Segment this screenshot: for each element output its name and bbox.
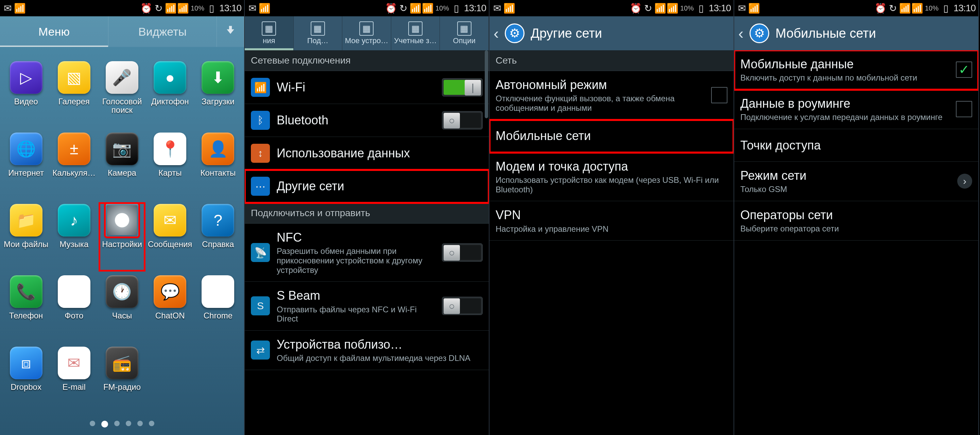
sync-icon: ↻ xyxy=(399,3,408,13)
app-интернет[interactable]: 🌐 Интернет xyxy=(2,133,50,200)
app-видео[interactable]: ▷ Видео xyxy=(2,61,50,129)
app-настройки[interactable]: ⚙ Настройки xyxy=(98,202,146,272)
tab-label: Под… xyxy=(307,37,328,45)
settings-row[interactable]: ᛒ Bluetooth xyxy=(245,104,489,137)
app-e-mail[interactable]: ✉ E-mail xyxy=(50,347,98,414)
wifi-status-icon: 📶 xyxy=(411,3,420,13)
header: ‹ ⚙ Мобильные сети xyxy=(734,16,978,50)
scrollbar[interactable] xyxy=(485,50,488,435)
row-icon: ᛒ xyxy=(251,111,270,130)
battery-icon: ▯ xyxy=(452,3,461,13)
app-icon: 🕐 xyxy=(106,275,138,308)
app-справка[interactable]: ? Справка xyxy=(194,204,242,272)
toggle[interactable] xyxy=(442,297,483,315)
settings-tab[interactable]: ▦Учетные з… xyxy=(391,16,440,50)
app-загрузки[interactable]: ⬇ Загрузки xyxy=(194,61,242,129)
tab-label: ния xyxy=(263,37,275,45)
battery-percent: 10% xyxy=(925,5,939,12)
row-icon: ⋯ xyxy=(251,177,270,196)
settings-row[interactable]: ⋯ Другие сети xyxy=(245,170,489,203)
app-label: Dropbox xyxy=(11,383,41,391)
settings-tab[interactable]: ▦Опции xyxy=(440,16,489,50)
battery-percent: 10% xyxy=(436,5,449,12)
row-subtitle: Отправить файлы через NFC и Wi-Fi Direct xyxy=(277,305,435,324)
row-title: Операторы сети xyxy=(740,208,972,222)
checkbox[interactable] xyxy=(711,87,727,103)
signal-icon: 📶 xyxy=(423,3,433,13)
settings-row[interactable]: Модем и точка доступаИспользовать устрой… xyxy=(490,152,733,202)
tab-widgets[interactable]: Виджеты xyxy=(108,16,217,47)
app-label: Телефон xyxy=(9,311,43,320)
app-контакты[interactable]: 👤 Контакты xyxy=(194,133,242,200)
app-калькуля-[interactable]: ± Калькуля… xyxy=(50,133,98,200)
back-button[interactable]: ‹ xyxy=(493,24,499,43)
app-icon: 💬 xyxy=(154,275,186,308)
back-button[interactable]: ‹ xyxy=(738,24,743,43)
wifi-icon: 📶 xyxy=(749,3,759,13)
settings-row[interactable]: S S BeamОтправить файлы через NFC и Wi-F… xyxy=(245,282,489,331)
app-icon: 📁 xyxy=(10,204,43,237)
clock: 13:10 xyxy=(219,3,241,14)
app-голосовой-поиск[interactable]: 🎤 Голосовой поиск xyxy=(98,61,146,129)
settings-row[interactable]: Точки доступа xyxy=(734,129,978,162)
row-subtitle: Отключение функций вызовов, а также обме… xyxy=(496,94,704,113)
app-label: Мои файлы xyxy=(4,240,48,248)
checkbox[interactable]: ✓ xyxy=(956,62,972,78)
page-dot[interactable] xyxy=(137,421,143,426)
app-камера[interactable]: 📷 Камера xyxy=(98,133,146,200)
settings-tab[interactable]: ▦ния xyxy=(245,16,294,50)
settings-row[interactable]: Автономный режимОтключение функций вызов… xyxy=(490,71,733,120)
settings-row[interactable]: Мобильные данныеВключить доступ к данным… xyxy=(734,50,978,90)
app-chaton[interactable]: 💬 ChatON xyxy=(146,275,194,343)
row-title: Использование данных xyxy=(277,146,483,160)
tab-label: Опции xyxy=(453,37,476,45)
row-icon: 📡 xyxy=(251,243,270,262)
settings-row[interactable]: Данные в роумингеПодключение к услугам п… xyxy=(734,90,978,129)
page-dot[interactable] xyxy=(114,421,120,426)
alarm-icon: ⏰ xyxy=(876,3,886,13)
row-icon: ⇄ xyxy=(251,341,270,360)
app-fm-радио[interactable]: 📻 FM-радио xyxy=(98,347,146,414)
app-chrome[interactable]: ◉ Chrome xyxy=(194,275,242,343)
app-мои-файлы[interactable]: 📁 Мои файлы xyxy=(2,204,50,272)
settings-row[interactable]: Режим сетиТолько GSM› xyxy=(734,162,978,201)
app-карты[interactable]: 📍 Карты xyxy=(146,133,194,200)
page-dot[interactable] xyxy=(90,421,95,426)
row-subtitle: Выберите оператора сети xyxy=(740,224,972,233)
settings-row[interactable]: 📶 Wi-Fi xyxy=(245,71,489,104)
app-музыка[interactable]: ♪ Музыка xyxy=(50,204,98,272)
page-dot[interactable] xyxy=(101,421,108,427)
toggle[interactable] xyxy=(442,111,483,130)
settings-row[interactable]: ⇄ Устройства поблизо…Общий доступ к файл… xyxy=(245,331,489,370)
settings-row[interactable]: Операторы сетиВыберите оператора сети xyxy=(734,201,978,241)
app-dropbox[interactable]: ⧈ Dropbox xyxy=(2,347,50,414)
alarm-icon: ⏰ xyxy=(142,3,151,13)
toggle[interactable] xyxy=(442,243,483,262)
app-сообщения[interactable]: ✉ Сообщения xyxy=(146,204,194,272)
app-галерея[interactable]: ▧ Галерея xyxy=(50,61,98,129)
tab-icon: ▦ xyxy=(262,21,276,36)
app-label: ChatON xyxy=(155,311,185,320)
settings-row[interactable]: Мобильные сети xyxy=(490,120,733,152)
download-button[interactable] xyxy=(217,16,244,47)
app-телефон[interactable]: 📞 Телефон xyxy=(2,275,50,343)
settings-row[interactable]: 📡 NFCРазрешить обмен данными при прикосн… xyxy=(245,224,489,282)
settings-tab[interactable]: ▦Мое устро… xyxy=(342,16,391,50)
clock: 13:10 xyxy=(709,3,731,14)
toggle[interactable] xyxy=(442,78,483,97)
wifi-icon: 📶 xyxy=(504,3,514,13)
settings-row[interactable]: VPNНастройка и управление VPN xyxy=(490,201,733,241)
settings-row[interactable]: ↕ Использование данных xyxy=(245,137,489,170)
checkbox[interactable] xyxy=(956,101,972,117)
app-фото[interactable]: ✦ Фото xyxy=(50,275,98,343)
page-dot[interactable] xyxy=(126,421,131,426)
row-title: Режим сети xyxy=(740,168,950,183)
row-subtitle: Настройка и управление VPN xyxy=(496,224,727,234)
tab-apps[interactable]: Меню xyxy=(0,16,108,47)
app-диктофон[interactable]: ● Диктофон xyxy=(146,61,194,129)
page-dot[interactable] xyxy=(149,421,154,426)
app-часы[interactable]: 🕐 Часы xyxy=(98,275,146,343)
settings-tab[interactable]: ▦Под… xyxy=(294,16,343,50)
alarm-icon: ⏰ xyxy=(631,3,641,13)
row-icon: S xyxy=(251,296,270,315)
